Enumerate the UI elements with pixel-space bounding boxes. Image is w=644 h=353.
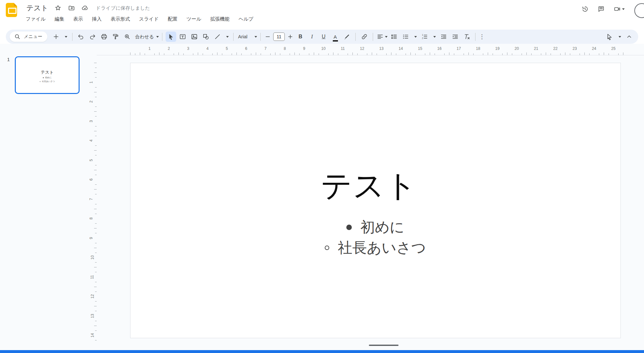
- numbered-list-dropdown[interactable]: [431, 32, 437, 42]
- ruler-tick: [217, 52, 217, 55]
- text-box-button[interactable]: [177, 32, 188, 42]
- increase-indent-button[interactable]: [450, 32, 460, 42]
- paint-format-button[interactable]: [111, 32, 121, 42]
- ruler-tick: [95, 321, 97, 321]
- ruler-tick: [178, 52, 179, 55]
- ruler-tick: [94, 92, 97, 92]
- align-dropdown[interactable]: [376, 32, 388, 42]
- ruler-tick: [410, 52, 411, 55]
- new-slide-button[interactable]: [51, 32, 62, 42]
- font-size-input[interactable]: 11: [273, 33, 285, 41]
- move-folder-icon[interactable]: [68, 4, 75, 12]
- decrease-indent-button[interactable]: [438, 32, 449, 42]
- slide-editor[interactable]: テスト 初めに 社長あいさつ: [130, 63, 621, 338]
- ruler-tick: [377, 53, 377, 55]
- menu-item[interactable]: 配置: [168, 16, 178, 22]
- ruler-tick: [95, 184, 97, 185]
- ruler-tick: [261, 53, 261, 55]
- ruler-tick: [95, 340, 97, 340]
- ruler-tick: [251, 53, 251, 55]
- menu-item[interactable]: ツール: [187, 16, 201, 22]
- present-pointer-button[interactable]: [604, 32, 615, 42]
- line-spacing-button[interactable]: [389, 32, 399, 42]
- zoom-button[interactable]: [122, 32, 133, 42]
- slides-logo[interactable]: [6, 3, 17, 17]
- ruler-label: 11: [90, 275, 94, 279]
- meet-camera-button[interactable]: [613, 5, 625, 13]
- print-icon: [100, 33, 108, 41]
- bottom-accent-bar: [0, 350, 644, 353]
- pointer-options-dropdown[interactable]: [616, 32, 622, 42]
- numbered-list-icon: 12: [421, 33, 428, 41]
- line-options-dropdown[interactable]: [224, 32, 230, 42]
- ruler-tick: [270, 53, 271, 55]
- numbered-list-button[interactable]: 12: [419, 32, 430, 42]
- speaker-notes-drag-handle[interactable]: [369, 345, 399, 346]
- insert-image-button[interactable]: [189, 32, 199, 42]
- avatar[interactable]: [634, 3, 644, 18]
- version-history-icon[interactable]: [581, 5, 589, 13]
- underline-button[interactable]: U: [318, 32, 329, 42]
- insert-line-button[interactable]: [212, 32, 223, 42]
- cloud-saved-icon[interactable]: [81, 4, 89, 12]
- star-icon[interactable]: [54, 4, 62, 12]
- increase-font-size-button[interactable]: [286, 32, 294, 42]
- print-button[interactable]: [99, 32, 110, 42]
- menu-item[interactable]: ヘルプ: [239, 16, 254, 22]
- menu-item[interactable]: 挿入: [92, 16, 101, 22]
- search-menus-button[interactable]: メニュー: [10, 32, 47, 42]
- menu-item[interactable]: ファイル: [26, 16, 45, 22]
- hide-menus-button[interactable]: [624, 32, 634, 42]
- undo-button[interactable]: [76, 32, 86, 42]
- redo-button[interactable]: [87, 32, 98, 42]
- highlight-color-button[interactable]: [341, 32, 352, 42]
- ruler-tick: [95, 311, 97, 311]
- ruler-tick: [449, 52, 449, 55]
- ruler-label: 22: [553, 46, 557, 51]
- link-icon: [360, 33, 368, 41]
- slide-title-textbox[interactable]: テスト: [130, 165, 608, 207]
- ruler-tick: [473, 53, 474, 55]
- bullet-circle-icon: [40, 81, 41, 82]
- ruler-tick: [396, 53, 396, 55]
- select-tool-button[interactable]: [166, 32, 176, 42]
- video-camera-icon: [613, 5, 621, 13]
- header: テスト ドライブに保存しました ファイル編集表示挿入表示形式スライド配置ツール拡…: [0, 0, 644, 29]
- new-slide-layout-dropdown[interactable]: [62, 32, 69, 42]
- bold-button[interactable]: B: [295, 32, 306, 42]
- menu-item[interactable]: 表示形式: [111, 16, 130, 22]
- menu-item[interactable]: 拡張機能: [210, 16, 230, 22]
- insert-shape-button[interactable]: [200, 32, 211, 42]
- insert-link-button[interactable]: [359, 32, 370, 42]
- slide-thumbnail-1[interactable]: テスト 初めに 社長あいさつ: [15, 56, 80, 94]
- comments-icon[interactable]: [597, 5, 605, 13]
- ruler-label: 8: [89, 218, 93, 220]
- menu-item[interactable]: 表示: [73, 16, 83, 22]
- font-family-value: Arial: [237, 34, 254, 39]
- slide-body-textbox[interactable]: 初めに 社長あいさつ: [130, 218, 620, 257]
- clear-formatting-button[interactable]: [461, 32, 472, 42]
- decrease-font-size-button[interactable]: [264, 32, 272, 42]
- more-options-button[interactable]: ⋮: [479, 32, 485, 42]
- text-color-button[interactable]: A: [330, 32, 341, 42]
- title-row: テスト ドライブに保存しました: [26, 3, 150, 13]
- menu-item[interactable]: スライド: [139, 16, 159, 22]
- ruler-label: 4: [207, 46, 209, 51]
- bulleted-list-dropdown[interactable]: [412, 32, 418, 42]
- ruler-tick: [198, 52, 198, 55]
- text-box-icon: [179, 33, 187, 41]
- italic-button[interactable]: I: [307, 32, 317, 42]
- horizontal-ruler[interactable]: 1234567891011121314151617181920212223242…: [97, 46, 644, 55]
- vertical-ruler[interactable]: 1234567891011121314: [90, 55, 97, 350]
- fit-zoom-dropdown[interactable]: 合わせる: [134, 32, 159, 42]
- menu-item[interactable]: 編集: [54, 16, 64, 22]
- font-family-dropdown[interactable]: Arial: [237, 32, 257, 42]
- document-title[interactable]: テスト: [26, 3, 48, 13]
- bullet-line-2: 社長あいさつ: [325, 238, 426, 257]
- chevron-down-icon: [385, 36, 388, 38]
- bulleted-list-button[interactable]: [400, 32, 411, 42]
- ruler-tick: [565, 52, 565, 55]
- ruler-tick: [94, 248, 97, 248]
- saved-status-text[interactable]: ドライブに保存しました: [96, 5, 150, 11]
- zoom-in-icon: [123, 33, 131, 41]
